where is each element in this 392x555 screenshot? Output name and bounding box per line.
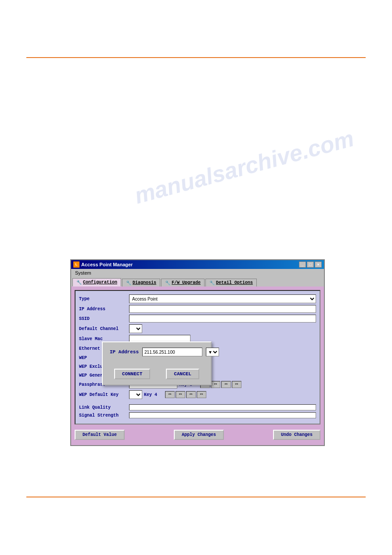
tabs-area: 🔧 Configuration 🔧 Diagnosis 🔧 F/W Upgrad… — [70, 277, 325, 287]
maximize-button[interactable]: □ — [307, 261, 314, 268]
apply-changes-button[interactable]: Apply Changes — [174, 430, 224, 440]
app-window: L Access Point Manager _ □ × System 🔧 Co… — [70, 259, 325, 446]
diagnosis-tab-icon: 🔧 — [126, 280, 131, 285]
title-bar: L Access Point Manager _ □ × — [70, 259, 325, 269]
bottom-rule — [26, 497, 366, 497]
detail-options-tab-icon: 🔧 — [209, 280, 215, 285]
watermark: manualsarchive.com — [132, 125, 356, 209]
modal-ip-row: IP Address ▼ — [110, 348, 204, 356]
detail-options-tab-label: Detail Options — [216, 280, 253, 285]
tab-diagnosis[interactable]: 🔧 Diagnosis — [122, 279, 160, 287]
configuration-tab-label: Configuration — [83, 280, 117, 285]
modal-ip-dropdown[interactable]: ▼ — [206, 348, 219, 356]
modal-ip-input[interactable] — [142, 348, 202, 356]
title-bar-left: L Access Point Manager — [73, 261, 133, 268]
tab-fw-upgrade[interactable]: 🔧 F/W Upgrade — [161, 279, 205, 287]
ip-address-dialog: IP Address ▼ CONNECT CANCEL — [102, 341, 212, 385]
undo-changes-button[interactable]: Undo Changes — [273, 430, 320, 440]
menu-bar: System — [70, 269, 325, 277]
fw-upgrade-tab-icon: 🔧 — [165, 280, 170, 285]
modal-overlay: IP Address ▼ CONNECT CANCEL — [76, 291, 320, 424]
bottom-buttons: Default Value Apply Changes Undo Changes — [75, 428, 320, 442]
modal-buttons: CONNECT CANCEL — [103, 367, 211, 385]
app-icon: L — [73, 261, 79, 268]
modal-ip-label: IP Address — [110, 349, 139, 355]
diagnosis-tab-label: Diagnosis — [133, 280, 156, 285]
tab-detail-options[interactable]: 🔧 Detail Options — [205, 279, 257, 287]
modal-body: IP Address ▼ — [103, 342, 211, 367]
inner-area: Type Access Point IP Address SSID Defaul… — [75, 290, 320, 424]
configuration-tab-icon: 🔧 — [76, 280, 82, 285]
cancel-button[interactable]: CANCEL — [166, 369, 199, 379]
fw-upgrade-tab-label: F/W Upgrade — [172, 280, 201, 285]
main-content: Type Access Point IP Address SSID Defaul… — [70, 287, 325, 446]
minimize-button[interactable]: _ — [299, 261, 306, 268]
title-controls: _ □ × — [299, 261, 322, 268]
top-rule — [26, 57, 366, 58]
close-button[interactable]: × — [315, 261, 322, 268]
tab-configuration[interactable]: 🔧 Configuration — [72, 278, 121, 287]
default-value-button[interactable]: Default Value — [75, 430, 125, 440]
window-title: Access Point Manager — [81, 262, 133, 267]
menu-system[interactable]: System — [73, 270, 93, 276]
connect-button[interactable]: CONNECT — [114, 369, 150, 379]
